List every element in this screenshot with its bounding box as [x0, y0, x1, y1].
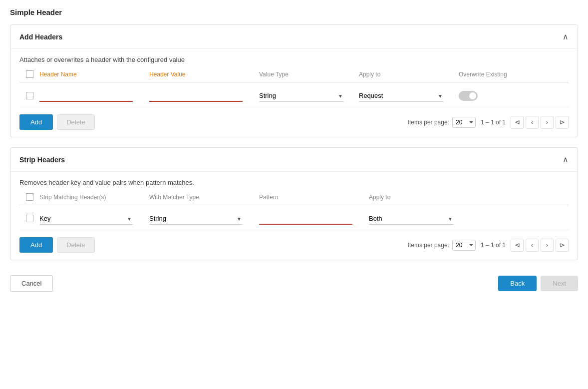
add-headers-table-header: Header Name Header Value Value Type Appl…	[19, 70, 569, 82]
add-headers-last-page-button[interactable]: ⊳	[556, 116, 569, 129]
add-headers-footer: Add Delete Items per page: 20 50 100 1 –…	[19, 107, 569, 130]
apply-to-select[interactable]: Request Response Both	[359, 90, 444, 102]
pattern-cell	[259, 212, 369, 225]
header-value-input[interactable]	[149, 89, 243, 102]
col-strip-apply-to: Apply to	[369, 194, 469, 201]
add-headers-items-per-page: Items per page: 20 50 100	[408, 117, 476, 128]
strip-items-per-page-label: Items per page:	[408, 242, 449, 249]
add-headers-footer-left: Add Delete	[19, 114, 95, 130]
strip-matching-select-wrapper: Key Value Both ▼	[39, 213, 133, 225]
strip-headers-select-all-cell	[19, 193, 39, 201]
strip-headers-footer-left: Add Delete	[19, 237, 95, 253]
strip-headers-header: Strip Headers ∧	[10, 148, 578, 172]
col-header-name: Header Name	[39, 71, 149, 78]
strip-headers-table-header: Strip Matching Header(s) With Matcher Ty…	[19, 193, 569, 205]
strip-headers-pagination: ⊲ ‹ › ⊳	[511, 239, 569, 252]
value-type-cell: String Expression ▼	[259, 90, 359, 102]
matcher-type-select-wrapper: String Regex ▼	[149, 213, 243, 225]
add-headers-select-all-cell	[19, 70, 39, 78]
bottom-bar: Cancel Back Next	[10, 270, 578, 292]
add-headers-row-checkbox[interactable]	[26, 92, 33, 99]
col-matcher-type: With Matcher Type	[149, 194, 259, 201]
strip-matching-cell: Key Value Both ▼	[39, 213, 149, 225]
add-headers-footer-right: Items per page: 20 50 100 1 – 1 of 1 ⊲ ‹…	[408, 116, 569, 129]
header-value-cell	[149, 89, 259, 102]
value-type-select-wrapper: String Expression ▼	[259, 90, 344, 102]
strip-headers-prev-page-button[interactable]: ‹	[526, 239, 539, 252]
strip-headers-desc: Removes header key and value pairs when …	[19, 179, 569, 186]
add-headers-first-page-button[interactable]: ⊲	[511, 116, 524, 129]
add-headers-title: Add Headers	[19, 33, 62, 41]
strip-headers-select-all-checkbox[interactable]	[26, 193, 33, 201]
strip-headers-footer-right: Items per page: 20 50 100 1 – 1 of 1 ⊲ ‹…	[408, 239, 569, 252]
strip-headers-items-per-page: Items per page: 20 50 100	[408, 240, 476, 251]
apply-to-cell: Request Response Both ▼	[359, 90, 459, 102]
col-apply-to: Apply to	[359, 71, 459, 78]
value-type-select[interactable]: String Expression	[259, 90, 344, 102]
add-headers-collapse-icon[interactable]: ∧	[563, 32, 569, 41]
add-headers-body: Attaches or overwrites a header with the…	[10, 49, 578, 137]
add-headers-desc: Attaches or overwrites a header with the…	[19, 56, 569, 63]
strip-headers-body: Removes header key and value pairs when …	[10, 172, 578, 260]
add-headers-card: Add Headers ∧ Attaches or overwrites a h…	[10, 24, 578, 137]
matcher-type-cell: String Regex ▼	[149, 213, 259, 225]
bottom-right-buttons: Back Next	[498, 276, 578, 291]
page-title: Simple Header	[10, 8, 578, 16]
add-headers-pagination: ⊲ ‹ › ⊳	[511, 116, 569, 129]
add-headers-page-info: 1 – 1 of 1	[481, 119, 506, 126]
matcher-type-select[interactable]: String Regex	[149, 213, 243, 225]
overwrite-existing-toggle[interactable]	[459, 91, 478, 101]
add-headers-select-all-checkbox[interactable]	[26, 70, 33, 78]
header-name-cell	[39, 89, 149, 102]
strip-headers-per-page-select[interactable]: 20 50 100	[452, 240, 476, 251]
strip-headers-first-page-button[interactable]: ⊲	[511, 239, 524, 252]
next-button: Next	[541, 276, 578, 291]
add-headers-add-button[interactable]: Add	[19, 114, 53, 130]
strip-headers-card: Strip Headers ∧ Removes header key and v…	[10, 147, 578, 260]
strip-apply-to-select[interactable]: Both Request Response	[369, 213, 454, 225]
col-strip-matching: Strip Matching Header(s)	[39, 194, 149, 201]
items-per-page-label: Items per page:	[408, 119, 449, 126]
add-headers-header: Add Headers ∧	[10, 25, 578, 49]
strip-headers-last-page-button[interactable]: ⊳	[556, 239, 569, 252]
strip-headers-page-info: 1 – 1 of 1	[481, 242, 506, 249]
pattern-input[interactable]	[259, 212, 352, 225]
strip-matching-select[interactable]: Key Value Both	[39, 213, 133, 225]
strip-headers-row-checkbox-cell	[19, 215, 39, 222]
strip-apply-to-cell: Both Request Response ▼	[369, 213, 469, 225]
strip-headers-delete-button[interactable]: Delete	[57, 237, 95, 253]
strip-headers-add-button[interactable]: Add	[19, 237, 53, 253]
strip-headers-row-checkbox[interactable]	[26, 215, 33, 222]
col-pattern: Pattern	[259, 194, 369, 201]
col-header-value: Header Value	[149, 71, 259, 78]
strip-headers-next-page-button[interactable]: ›	[541, 239, 554, 252]
add-headers-per-page-select[interactable]: 20 50 100	[452, 117, 476, 128]
overwrite-existing-cell	[459, 91, 519, 101]
apply-to-select-wrapper: Request Response Both ▼	[359, 90, 444, 102]
strip-headers-collapse-icon[interactable]: ∧	[563, 155, 569, 164]
add-headers-row-checkbox-cell	[19, 92, 39, 99]
col-value-type: Value Type	[259, 71, 359, 78]
add-headers-row: String Expression ▼ Request Response Bot…	[19, 84, 569, 107]
add-headers-next-page-button[interactable]: ›	[541, 116, 554, 129]
strip-headers-title: Strip Headers	[19, 156, 65, 164]
cancel-button[interactable]: Cancel	[10, 275, 53, 292]
header-name-input[interactable]	[39, 89, 133, 102]
back-button[interactable]: Back	[498, 276, 537, 291]
strip-headers-row: Key Value Both ▼ String Regex ▼	[19, 207, 569, 230]
add-headers-delete-button[interactable]: Delete	[57, 114, 95, 130]
add-headers-prev-page-button[interactable]: ‹	[526, 116, 539, 129]
col-overwrite-existing: Overwrite Existing	[459, 71, 519, 78]
strip-apply-to-select-wrapper: Both Request Response ▼	[369, 213, 454, 225]
strip-headers-footer: Add Delete Items per page: 20 50 100 1 –…	[19, 230, 569, 253]
